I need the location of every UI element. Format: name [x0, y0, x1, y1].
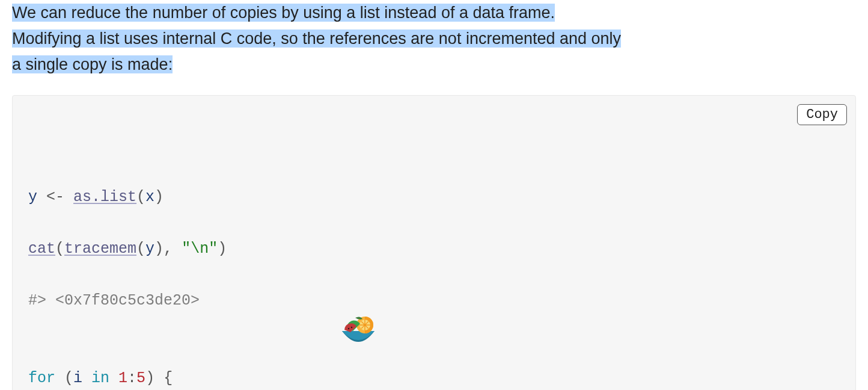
svg-point-3: [351, 326, 352, 327]
code-line-5: for (i in 1:5) {: [28, 365, 840, 390]
svg-point-1: [359, 320, 370, 330]
highlight-span: We can reduce the number of copies by us…: [12, 4, 621, 73]
copy-button[interactable]: Copy: [797, 104, 847, 125]
svg-point-0: [356, 317, 373, 333]
svg-point-2: [348, 327, 349, 329]
explanation-paragraph: We can reduce the number of copies by us…: [12, 0, 856, 78]
code-block: Copy y <- as.list(x) cat(tracemem(y), "\…: [12, 95, 856, 390]
code-line-1: y <- as.list(x): [28, 184, 840, 210]
code-line-2: cat(tracemem(y), "\n"): [28, 236, 840, 262]
code-line-3: #> <0x7f80c5c3de20>: [28, 288, 840, 314]
